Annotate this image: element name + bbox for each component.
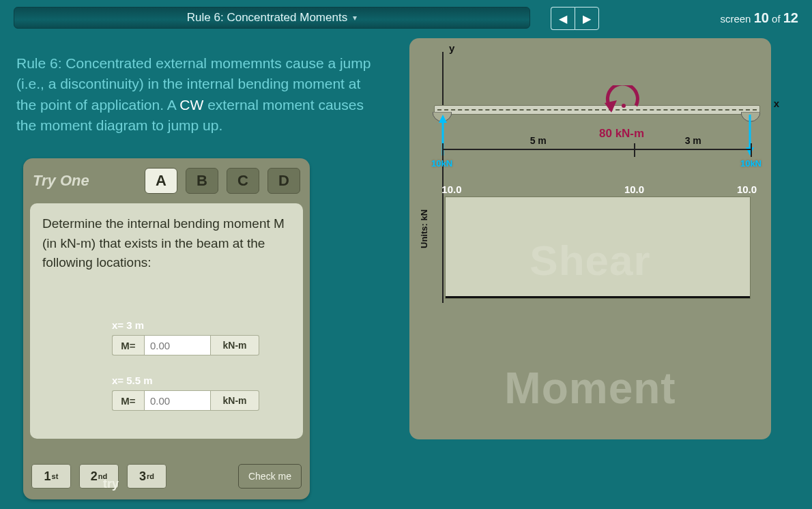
try-label: try	[103, 477, 119, 491]
y-axis-line	[442, 52, 444, 303]
tab-d[interactable]: D	[267, 168, 300, 194]
input1-m-label: M=	[112, 335, 144, 355]
check-me-button[interactable]: Check me	[238, 464, 302, 489]
shear-val-a: 10.0	[441, 184, 461, 195]
shear-val-c: 10.0	[737, 184, 757, 195]
panel-title: Try One	[33, 172, 89, 190]
input2-unit: kN-m	[211, 390, 259, 411]
try-1-button[interactable]: 1st	[31, 464, 71, 489]
input2-field[interactable]	[144, 390, 211, 411]
chevron-down-icon: ▾	[353, 13, 357, 23]
y-axis-label: y	[449, 42, 454, 54]
dimension-line: 5 m 3 m	[442, 149, 752, 164]
try-one-panel: Try One A B C D Determine the internal b…	[23, 158, 310, 499]
moment-watermark: Moment	[409, 363, 771, 413]
screen-counter: screen 10 of 12	[720, 10, 798, 26]
moment-value: 80 kN-m	[599, 127, 644, 141]
prev-button[interactable]: ◀	[551, 7, 575, 30]
input1-field[interactable]	[144, 335, 211, 355]
triangle-left-icon: ◀	[559, 12, 567, 25]
question-text: Determine the internal bending moment M …	[42, 214, 291, 273]
input2-x-label: x= 5.5 m	[112, 375, 289, 386]
input2-m-label: M=	[112, 390, 144, 411]
input1-x-label: x= 3 m	[112, 319, 289, 331]
span2-label: 3 m	[685, 135, 701, 146]
try-3-button[interactable]: 3rd	[127, 464, 166, 489]
x-axis-label: x	[774, 98, 779, 109]
tab-b[interactable]: B	[186, 168, 218, 194]
triangle-right-icon: ▶	[583, 12, 591, 25]
rule-title: Rule 6: Concentrated Moments	[187, 11, 347, 25]
span1-label: 5 m	[530, 135, 547, 146]
rule-dropdown[interactable]: Rule 6: Concentrated Moments ▾	[14, 7, 530, 29]
input1-unit: kN-m	[211, 335, 259, 355]
units-label: Units: kN	[419, 209, 429, 248]
rule-description: Rule 6: Concentrated external momemnts c…	[16, 53, 378, 136]
tab-a[interactable]: A	[145, 168, 177, 194]
svg-marker-1	[439, 115, 447, 123]
diagram-stage: y x 10kN 10kN 80 kN-m 5 m 3 m 10.0 10	[409, 38, 771, 439]
beam	[434, 105, 760, 115]
next-button[interactable]: ▶	[575, 7, 599, 30]
moment-arc-icon	[602, 85, 643, 116]
shear-diagram: 10.0 10.0 10.0	[445, 197, 751, 299]
tab-c[interactable]: C	[227, 168, 259, 194]
svg-point-5	[622, 104, 626, 108]
shear-val-b: 10.0	[624, 184, 644, 195]
